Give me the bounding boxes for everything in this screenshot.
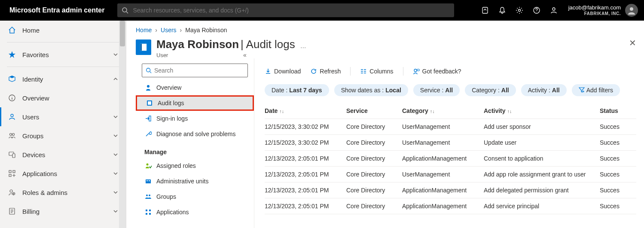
nav-identity[interactable]: Identity (0, 70, 126, 88)
sub-diagnose-label: Diagnose and solve problems (156, 131, 235, 137)
table-row[interactable]: 12/15/2023, 3:30:02 PMCore DirectoryUser… (265, 135, 636, 151)
user-account[interactable]: jacob@fabrikam.com FABRIKAM, INC. (562, 4, 624, 16)
page-title: Maya Robinson (156, 38, 239, 51)
svg-point-18 (10, 190, 12, 192)
table-row[interactable]: 12/15/2023, 3:30:02 PMCore DirectoryUser… (265, 119, 636, 135)
table-row[interactable]: 12/13/2023, 2:05:01 PMCore DirectoryAppl… (265, 151, 636, 167)
filter-show-dates[interactable]: Show dates as : Local (334, 84, 408, 96)
sub-overview-label: Overview (156, 84, 181, 91)
cell-status: Succes (600, 182, 636, 198)
nav-home[interactable]: Home (0, 21, 126, 40)
sort-icon: ↑↓ (507, 109, 512, 114)
table-row[interactable]: 12/13/2023, 2:05:01 PMCore DirectoryUser… (265, 167, 636, 182)
global-search-input[interactable] (133, 7, 450, 14)
cell-service: Core Directory (346, 198, 402, 214)
nav-applications[interactable]: Applications (0, 164, 126, 183)
svg-rect-39 (146, 210, 147, 211)
nav-overview[interactable]: Overview (0, 88, 126, 107)
cell-status: Succes (600, 135, 636, 151)
sub-diagnose[interactable]: Diagnose and solve problems (136, 126, 254, 142)
svg-point-6 (630, 7, 633, 11)
svg-rect-32 (149, 116, 151, 121)
cell-date: 12/13/2023, 2:05:01 PM (265, 182, 346, 198)
filter-activity[interactable]: Activity : All (521, 84, 567, 96)
cell-status: Succes (600, 167, 636, 182)
col-status[interactable]: Status (600, 103, 636, 119)
role-icon (144, 162, 152, 169)
table-row[interactable]: 12/13/2023, 2:05:01 PMCore DirectoryAppl… (265, 182, 636, 198)
filter-add-icon (579, 87, 585, 94)
cell-category: ApplicationManagement (402, 151, 484, 167)
filter-date[interactable]: Date : Last 7 days (265, 84, 329, 96)
columns-button[interactable]: Columns (360, 68, 393, 75)
help-icon[interactable] (528, 0, 545, 21)
sub-groups[interactable]: Groups (136, 189, 254, 204)
feedback-button[interactable]: Got feedback? (413, 68, 461, 75)
sub-admin-units[interactable]: Administrative units (136, 173, 254, 189)
col-date[interactable]: Date↑↓ (265, 103, 346, 119)
filter-service[interactable]: Service : All (413, 84, 460, 96)
search-icon (122, 7, 128, 14)
avatar[interactable] (625, 4, 638, 17)
filter-category[interactable]: Category : All (465, 84, 516, 96)
nav-identity-label: Identity (22, 76, 43, 83)
cell-date: 12/13/2023, 2:05:01 PM (265, 151, 346, 167)
svg-point-38 (149, 195, 150, 196)
cell-status: Succes (600, 151, 636, 167)
add-filters-button[interactable]: Add filters (572, 84, 620, 96)
main-panel: Home › Users › Maya Robinson Maya Robins… (126, 21, 644, 228)
nav-devices[interactable]: Devices (0, 145, 126, 164)
nav-users[interactable]: Users (0, 107, 126, 126)
apps-icon (8, 169, 16, 178)
svg-rect-40 (149, 210, 151, 211)
svg-point-0 (122, 8, 127, 12)
cell-service: Core Directory (346, 135, 402, 151)
col-activity[interactable]: Activity↑↓ (484, 103, 600, 119)
notifications-icon[interactable] (494, 0, 511, 21)
cell-category: ApplicationManagement (402, 182, 484, 198)
info-icon (8, 94, 16, 102)
detail-panel: Download Refresh Columns Got feedback (254, 58, 636, 228)
command-bar: Download Refresh Columns Got feedback (265, 64, 636, 79)
nav-favorites[interactable]: Favorites (0, 45, 126, 64)
col-service[interactable]: Service (346, 103, 402, 119)
cell-service: Core Directory (346, 119, 402, 135)
sub-groups-label: Groups (156, 193, 176, 200)
brand-title: Microsoft Entra admin center (9, 6, 117, 14)
feedback-person-icon[interactable] (545, 0, 562, 21)
table-row[interactable]: 12/13/2023, 2:05:01 PMCore DirectoryAppl… (265, 198, 636, 214)
sub-section-manage: Manage (136, 142, 254, 158)
sub-audit-logs[interactable]: Audit logs (136, 95, 254, 111)
user-icon (8, 112, 16, 121)
nav-roles-admins[interactable]: Roles & admins (0, 183, 126, 202)
sort-icon: ↑↓ (430, 109, 435, 114)
nav-billing[interactable]: Billing (0, 202, 126, 221)
sub-signin-logs[interactable]: Sign-in logs (136, 111, 254, 126)
subnav-search-input[interactable] (154, 67, 244, 74)
feedback-icon (413, 68, 420, 75)
sub-assigned-roles[interactable]: Assigned roles (136, 158, 254, 173)
sub-audit-logs-label: Audit logs (158, 100, 184, 106)
download-label: Download (274, 68, 301, 75)
svg-point-5 (552, 8, 555, 10)
nav-scrollbar[interactable] (119, 21, 126, 228)
download-button[interactable]: Download (265, 68, 301, 75)
breadcrumb-current: Maya Robinson (185, 27, 227, 33)
settings-icon[interactable] (511, 0, 528, 21)
col-category[interactable]: Category↑↓ (402, 103, 484, 119)
breadcrumb-home[interactable]: Home (136, 27, 152, 33)
global-search[interactable] (117, 3, 454, 17)
breadcrumb-users[interactable]: Users (161, 27, 177, 33)
more-icon[interactable]: … (300, 43, 306, 49)
audit-table: Date↑↓ Service Category↑↓ Activity↑↓ Sta… (265, 103, 636, 214)
roles-icon (8, 188, 16, 197)
refresh-button[interactable]: Refresh (310, 68, 341, 75)
sub-overview[interactable]: Overview (136, 80, 254, 95)
copilot-icon[interactable] (476, 0, 494, 21)
nav-billing-label: Billing (22, 208, 40, 215)
nav-groups[interactable]: Groups (0, 126, 126, 145)
subnav-search[interactable] (142, 64, 248, 77)
close-button[interactable]: ✕ (629, 38, 636, 48)
columns-icon (360, 68, 367, 75)
sub-applications[interactable]: Applications (136, 204, 254, 220)
